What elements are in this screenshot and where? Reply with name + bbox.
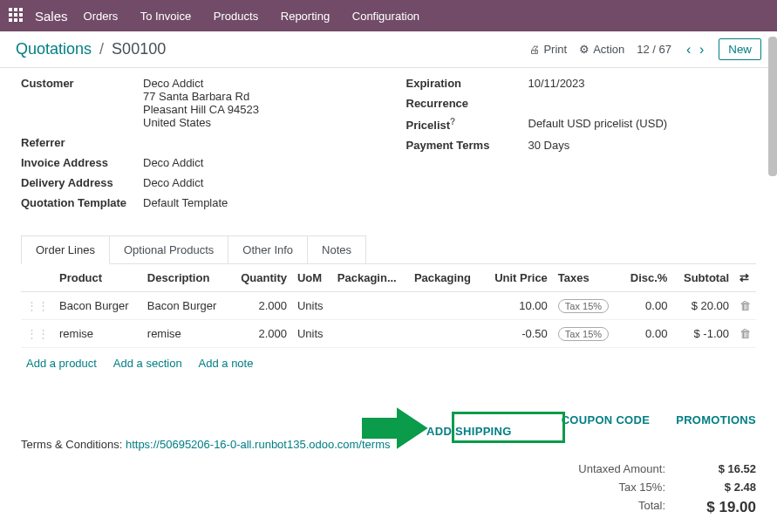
add-product-link[interactable]: Add a product <box>26 357 97 370</box>
cell-product[interactable]: remise <box>54 320 142 348</box>
scrollbar[interactable] <box>768 37 777 176</box>
breadcrumb: Quotations / S00100 <box>16 40 166 58</box>
terms-link[interactable]: https://50695206-16-0-all.runbot135.odoo… <box>126 438 391 451</box>
col-uom: UoM <box>292 264 332 292</box>
total-value: $ 19.00 <box>686 499 756 516</box>
tab-other-info[interactable]: Other Info <box>228 235 308 263</box>
drag-handle-icon[interactable]: ⋮⋮ <box>21 320 54 348</box>
action-button[interactable]: Action <box>579 43 624 56</box>
cell-unit-price[interactable]: 10.00 <box>483 292 553 320</box>
annotation-arrow-icon <box>359 406 429 453</box>
pricelist-value[interactable]: Default USD pricelist (USD) <box>528 117 757 132</box>
terms-label: Terms & Conditions: <box>21 438 126 451</box>
col-description: Description <box>142 264 230 292</box>
pager-next-icon[interactable]: › <box>697 42 706 57</box>
cell-quantity[interactable]: 2.000 <box>230 320 292 348</box>
quotation-template-value[interactable]: Default Template <box>143 196 371 209</box>
tax-label: Tax 15%: <box>619 481 665 494</box>
pager: 12 / 67 <box>637 43 671 56</box>
customer-value[interactable]: Deco Addict 77 Santa Barbara Rd Pleasant… <box>143 77 371 129</box>
invoice-address-value[interactable]: Deco Addict <box>143 156 371 169</box>
recurrence-label: Recurrence <box>406 97 528 110</box>
breadcrumb-root[interactable]: Quotations <box>16 40 92 58</box>
recurrence-value[interactable] <box>528 97 757 110</box>
promotions-button[interactable]: PROMOTIONS <box>676 413 756 449</box>
col-packaging2: Packaging <box>409 264 483 292</box>
drag-handle-icon[interactable]: ⋮⋮ <box>21 292 54 320</box>
col-quantity: Quantity <box>230 264 292 292</box>
expiration-value[interactable]: 10/11/2023 <box>528 77 757 90</box>
delete-icon[interactable]: 🗑 <box>734 292 756 320</box>
cell-taxes[interactable]: Tax 15% <box>553 292 620 320</box>
referrer-value[interactable] <box>143 136 371 149</box>
customer-label: Customer <box>21 77 143 129</box>
cell-uom[interactable]: Units <box>292 320 332 348</box>
col-product: Product <box>54 264 142 292</box>
breadcrumb-current: S00100 <box>112 40 166 58</box>
invoice-address-label: Invoice Address <box>21 156 143 169</box>
cell-subtotal: $ -1.00 <box>672 320 734 348</box>
tab-order-lines[interactable]: Order Lines <box>21 235 110 264</box>
print-button[interactable]: Print <box>529 43 567 56</box>
cell-subtotal: $ 20.00 <box>672 292 734 320</box>
menu-to-invoice[interactable]: To Invoice <box>140 10 192 23</box>
add-note-link[interactable]: Add a note <box>199 357 254 370</box>
col-discount: Disc.% <box>620 264 672 292</box>
col-packaging1: Packagin... <box>332 264 409 292</box>
annotation-box <box>452 412 565 443</box>
col-taxes: Taxes <box>553 264 620 292</box>
app-name: Sales <box>35 9 68 24</box>
new-button[interactable]: New <box>719 38 761 60</box>
table-row[interactable]: ⋮⋮remiseremise2.000Units-0.50Tax 15%0.00… <box>21 320 756 348</box>
cell-product[interactable]: Bacon Burger <box>54 292 142 320</box>
expiration-label: Expiration <box>406 77 528 90</box>
quotation-template-label: Quotation Template <box>21 196 143 209</box>
cell-taxes[interactable]: Tax 15% <box>553 320 620 348</box>
cell-description[interactable]: Bacon Burger <box>142 292 230 320</box>
menu-configuration[interactable]: Configuration <box>352 10 419 23</box>
tab-notes[interactable]: Notes <box>307 235 366 263</box>
table-row[interactable]: ⋮⋮Bacon BurgerBacon Burger2.000Units10.0… <box>21 292 756 320</box>
add-section-link[interactable]: Add a section <box>113 357 182 370</box>
delete-icon[interactable]: 🗑 <box>734 320 756 348</box>
help-icon[interactable]: ? <box>450 117 455 126</box>
cell-discount[interactable]: 0.00 <box>620 292 672 320</box>
menu-reporting[interactable]: Reporting <box>281 10 330 23</box>
menu-products[interactable]: Products <box>214 10 258 23</box>
menu-orders[interactable]: Orders <box>84 10 119 23</box>
total-label: Total: <box>638 499 665 516</box>
cell-description[interactable]: remise <box>142 320 230 348</box>
cell-uom[interactable]: Units <box>292 292 332 320</box>
col-subtotal: Subtotal <box>672 264 734 292</box>
col-settings-icon[interactable]: ⇄ <box>734 264 756 292</box>
tab-optional-products[interactable]: Optional Products <box>109 235 228 263</box>
cell-quantity[interactable]: 2.000 <box>230 292 292 320</box>
pager-prev-icon[interactable]: ‹ <box>684 42 693 57</box>
pricelist-label: Pricelist? <box>406 117 528 132</box>
payment-terms-value[interactable]: 30 Days <box>528 139 757 152</box>
coupon-code-button[interactable]: COUPON CODE <box>562 413 651 449</box>
col-unit-price: Unit Price <box>483 264 553 292</box>
payment-terms-label: Payment Terms <box>406 139 528 152</box>
untaxed-label: Untaxed Amount: <box>578 462 665 475</box>
apps-icon[interactable] <box>9 8 24 24</box>
untaxed-value: $ 16.52 <box>686 462 756 475</box>
cell-discount[interactable]: 0.00 <box>620 320 672 348</box>
delivery-address-value[interactable]: Deco Addict <box>143 176 371 189</box>
delivery-address-label: Delivery Address <box>21 176 143 189</box>
tax-value: $ 2.48 <box>686 481 756 494</box>
referrer-label: Referrer <box>21 136 143 149</box>
cell-unit-price[interactable]: -0.50 <box>483 320 553 348</box>
